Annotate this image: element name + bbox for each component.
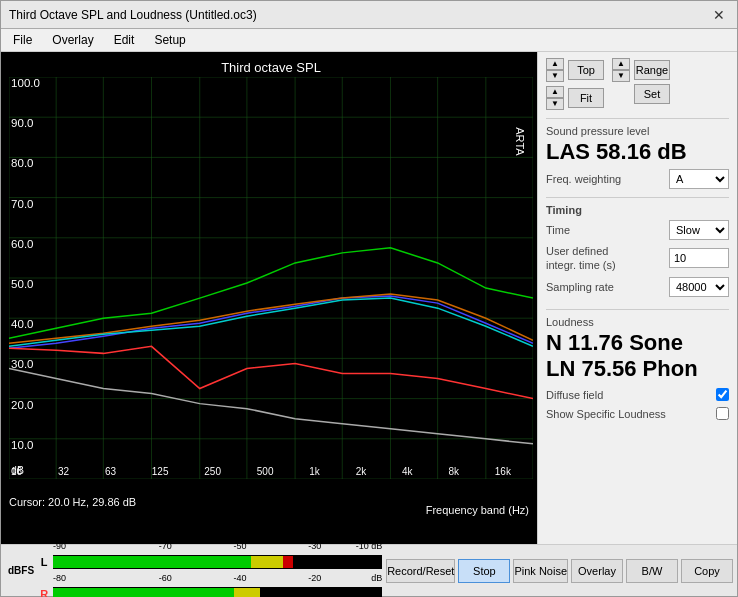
x-tick-250: 250 (204, 466, 221, 477)
sampling-rate-row: Sampling rate 48000 44100 96000 (546, 277, 729, 297)
fit-spinner[interactable]: ▲ ▼ (546, 86, 564, 110)
menu-overlay[interactable]: Overlay (48, 32, 97, 48)
x-tick-2k: 2k (356, 466, 367, 477)
range-group: ▲ ▼ Range Set (612, 58, 670, 104)
l-yellow-segment (251, 556, 284, 568)
r-channel-label: R (37, 588, 51, 598)
menu-edit[interactable]: Edit (110, 32, 139, 48)
fit-up-btn[interactable]: ▲ (546, 86, 564, 98)
show-specific-label: Show Specific Loudness (546, 408, 666, 420)
time-row: Time Slow Fast (546, 220, 729, 240)
chart-inner: 100.0 90.0 80.0 70.0 60.0 50.0 40.0 30.0… (9, 77, 533, 479)
timing-section-label: Timing (546, 204, 729, 216)
fit-down-btn[interactable]: ▼ (546, 98, 564, 110)
x-tick-1k: 1k (309, 466, 320, 477)
spl-section: Sound pressure level LAS 58.16 dB Freq. … (546, 118, 729, 193)
diffuse-field-row: Diffuse field (546, 388, 729, 401)
svg-text:20.0: 20.0 (11, 399, 33, 411)
l-meter (53, 555, 382, 569)
svg-text:40.0: 40.0 (11, 318, 33, 330)
tick-80: -80 (53, 573, 128, 583)
top-up-btn[interactable]: ▲ (546, 58, 564, 70)
main-window: Third Octave SPL and Loudness (Untitled.… (0, 0, 738, 597)
top-controls-area: ▲ ▼ Top ▲ ▼ Fit (546, 58, 729, 110)
r-meter-row: R (37, 587, 382, 598)
diffuse-field-checkbox[interactable] (716, 388, 729, 401)
pink-noise-button[interactable]: Pink Noise (513, 559, 568, 583)
fit-button[interactable]: Fit (568, 88, 604, 108)
freq-label: Frequency band (Hz) (426, 504, 529, 516)
range-up-btn[interactable]: ▲ (612, 58, 630, 70)
freq-weighting-dropdown[interactable]: A B C D (669, 169, 729, 189)
spl-section-label: Sound pressure level (546, 125, 729, 137)
l-green-segment (53, 556, 250, 568)
overlay-button[interactable]: Overlay (571, 559, 623, 583)
svg-text:90.0: 90.0 (11, 117, 33, 129)
spl-value: LAS 58.16 dB (546, 139, 729, 165)
user-defined-input[interactable] (669, 248, 729, 268)
l-red-segment (283, 556, 293, 568)
content-area: Third octave SPL (1, 52, 737, 544)
user-defined-row: User definedintegr. time (s) (546, 244, 729, 273)
dbfs-label: dBFS (5, 565, 37, 576)
loudness-section: Loudness N 11.76 Sone LN 75.56 Phon Diff… (546, 309, 729, 421)
bw-button[interactable]: B/W (626, 559, 678, 583)
show-specific-checkbox[interactable] (716, 407, 729, 420)
range-down-btn[interactable]: ▼ (612, 70, 630, 82)
svg-text:ARTA: ARTA (514, 127, 526, 156)
svg-text:10.0: 10.0 (11, 439, 33, 451)
range-spinner[interactable]: ▲ ▼ (612, 58, 630, 82)
loudness-section-label: Loudness (546, 316, 729, 328)
copy-button[interactable]: Copy (681, 559, 733, 583)
tick-40: -40 (203, 573, 278, 583)
tick-0db: dB (352, 573, 382, 583)
svg-text:30.0: 30.0 (11, 359, 33, 371)
stop-button[interactable]: Stop (458, 559, 510, 583)
r-meter (53, 587, 382, 598)
freq-weighting-row: Freq. weighting A B C D (546, 169, 729, 189)
menu-bar: File Overlay Edit Setup (1, 29, 737, 52)
svg-text:70.0: 70.0 (11, 198, 33, 210)
fit-row: ▲ ▼ Fit (546, 86, 604, 110)
close-button[interactable]: ✕ (709, 5, 729, 25)
svg-text:50.0: 50.0 (11, 278, 33, 290)
set-button[interactable]: Set (634, 84, 670, 104)
svg-text:80.0: 80.0 (11, 158, 33, 170)
range-row: ▲ ▼ Range (612, 58, 670, 82)
chart-title: Third octave SPL (9, 60, 533, 75)
r-yellow-segment (234, 588, 260, 598)
sampling-rate-dropdown[interactable]: 48000 44100 96000 (669, 277, 729, 297)
loudness-line2: LN 75.56 Phon (546, 356, 729, 382)
bottom-buttons: Record/Reset Stop Pink Noise Overlay B/W… (382, 559, 733, 583)
cursor-info: Cursor: 20.0 Hz, 29.86 dB (9, 496, 136, 508)
chart-area: Third octave SPL (1, 52, 537, 544)
x-tick-16: 16 (11, 466, 22, 477)
bottom-bar: dBFS -90 -70 -50 -30 -10 dB L -8 (1, 544, 737, 596)
show-specific-row: Show Specific Loudness (546, 407, 729, 420)
freq-weighting-label: Freq. weighting (546, 173, 621, 185)
x-tick-125: 125 (152, 466, 169, 477)
window-title: Third Octave SPL and Loudness (Untitled.… (9, 8, 257, 22)
top-spinner[interactable]: ▲ ▼ (546, 58, 564, 82)
record-reset-button[interactable]: Record/Reset (386, 559, 455, 583)
top-row: ▲ ▼ Top (546, 58, 604, 82)
menu-setup[interactable]: Setup (150, 32, 189, 48)
top-fit-group: ▲ ▼ Top ▲ ▼ Fit (546, 58, 604, 110)
x-tick-500: 500 (257, 466, 274, 477)
timing-section: Timing Time Slow Fast User definedintegr… (546, 197, 729, 301)
level-meter-area: -90 -70 -50 -30 -10 dB L -80 -60 -40 (37, 539, 382, 598)
svg-text:60.0: 60.0 (11, 238, 33, 250)
diffuse-field-label: Diffuse field (546, 389, 603, 401)
x-tick-8k: 8k (448, 466, 459, 477)
time-dropdown[interactable]: Slow Fast (669, 220, 729, 240)
range-label: Range (634, 60, 670, 80)
menu-file[interactable]: File (9, 32, 36, 48)
tick-20: -20 (277, 573, 352, 583)
x-tick-4k: 4k (402, 466, 413, 477)
l-channel-label: L (37, 556, 51, 568)
loudness-value: N 11.76 Sone LN 75.56 Phon (546, 330, 729, 383)
x-tick-63: 63 (105, 466, 116, 477)
top-down-btn[interactable]: ▼ (546, 70, 564, 82)
set-row: Set (612, 84, 670, 104)
top-button[interactable]: Top (568, 60, 604, 80)
